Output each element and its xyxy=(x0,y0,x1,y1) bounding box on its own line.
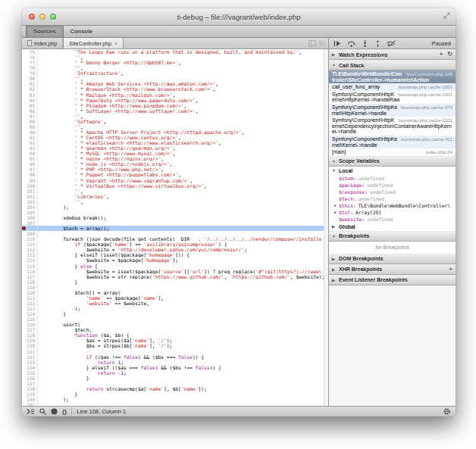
variable-row[interactable]: $item:undefined xyxy=(329,175,456,182)
minimize-window-button[interactable] xyxy=(39,14,45,20)
code-text[interactable]: ' * Mailgun <http://mailgun.com/>', xyxy=(38,92,328,98)
code-line[interactable]: 87 '', xyxy=(22,114,328,119)
line-number[interactable]: 138 xyxy=(22,386,38,391)
line-number[interactable]: 98 xyxy=(22,172,38,177)
line-number[interactable]: 121 xyxy=(22,295,38,301)
code-line[interactable]: 139 } xyxy=(22,391,328,397)
code-text[interactable] xyxy=(38,231,328,236)
code-line[interactable]: 106 xdebug_break(); xyxy=(22,215,328,220)
code-text[interactable] xyxy=(38,349,328,354)
code-line[interactable]: 81 ' * Amazon Web Services <http://aws.a… xyxy=(22,81,328,86)
code-line[interactable]: 95 ' * nginx <http://nginx.org/>', xyxy=(22,156,328,161)
code-line[interactable]: 132 if (($as !== false) && ($bs === fals… xyxy=(22,354,328,360)
line-number[interactable]: 84 xyxy=(22,98,38,103)
code-line[interactable]: 110 foreach (json_decode(file_get_conten… xyxy=(22,236,328,242)
line-number[interactable]: 89 xyxy=(22,124,38,129)
call-stack-frame[interactable]: bootstrap.php.cache:411Symfony\Component… xyxy=(329,136,456,148)
line-number[interactable]: 80 xyxy=(22,76,38,81)
code-text[interactable]: 'website' => $website, xyxy=(38,301,328,306)
line-number[interactable]: 129 xyxy=(22,338,38,343)
code-text[interactable]: ' * CentOS <http://www.centos.org/>', xyxy=(38,135,328,140)
code-line[interactable]: 140 ); xyxy=(22,397,328,402)
code-line[interactable]: 123 ); xyxy=(22,306,328,311)
code-line[interactable]: 84 ' * PagerDuty <http://www.pagerduty.c… xyxy=(22,98,328,103)
code-line[interactable]: 92 ' * elasticsearch <http://www.elastic… xyxy=(22,140,328,145)
tab-sources[interactable]: Sources xyxy=(26,26,64,37)
variable-row[interactable]: $response:undefined xyxy=(329,189,456,195)
code-text[interactable]: 'Libraries', xyxy=(38,194,328,199)
code-text[interactable]: ' * MySQL <http://www.mysql.com/>', xyxy=(38,151,328,156)
code-text[interactable]: 'The Loopy Ewe runs on a platform that i… xyxy=(38,49,328,55)
code-text[interactable]: ); xyxy=(38,397,328,402)
code-text[interactable]: $website = 'http://developer.yahoo.com/y… xyxy=(38,247,328,252)
settings-gear-icon[interactable] xyxy=(443,407,451,416)
line-number[interactable]: 116 xyxy=(22,269,38,274)
file-tab-sitecontroller-php[interactable]: SiteController.php × xyxy=(63,38,124,48)
line-number[interactable]: 90 xyxy=(22,129,38,135)
code-text[interactable]: ' * node.js <http://nodejs.org/>', xyxy=(38,161,328,167)
code-text[interactable]: ' * PHP <http://www.php.net/>', xyxy=(38,167,328,172)
code-line[interactable]: 141 xyxy=(22,402,328,406)
line-number[interactable]: 95 xyxy=(22,156,38,161)
line-number[interactable]: 135 xyxy=(22,370,38,376)
code-text[interactable]: ' * Danny Berger <http://dpb587.me>', xyxy=(38,60,328,65)
call-stack-frame[interactable]: bootstrap.php.cache:1001Symfony\Componen… xyxy=(329,91,456,104)
line-number[interactable]: 124 xyxy=(22,311,38,316)
step-over-icon[interactable] xyxy=(347,40,355,47)
code-text[interactable]: xdebug_break(); xyxy=(38,215,328,220)
call-stack-frame[interactable]: bootstrap.php.cache:1101Symfony\Componen… xyxy=(329,117,456,136)
code-text[interactable]: return -1; xyxy=(38,370,328,376)
line-number[interactable]: 101 xyxy=(22,189,38,194)
code-text[interactable]: $tech[] = array( xyxy=(38,290,328,295)
line-number[interactable]: 137 xyxy=(22,381,38,386)
code-text[interactable]: } xyxy=(38,279,328,285)
line-number[interactable]: 97 xyxy=(22,167,38,172)
code-text[interactable]: $website = isset($package['source']['url… xyxy=(38,269,328,274)
code-text[interactable] xyxy=(38,285,328,290)
code-text[interactable]: ' * Amazon Web Services <http://aws.amaz… xyxy=(38,81,328,86)
line-number[interactable]: 119 xyxy=(22,285,38,290)
code-text[interactable] xyxy=(38,381,328,386)
code-line[interactable]: 97 ' * PHP <http://www.php.net/>', xyxy=(22,167,328,172)
tab-console[interactable]: Console xyxy=(64,26,100,37)
code-line[interactable]: 100 ' * VirtualBox <https://www.virtualb… xyxy=(22,183,328,189)
code-line[interactable]: 136 } xyxy=(22,376,328,381)
code-line[interactable]: 137 xyxy=(22,381,328,386)
variable-row[interactable]: ▶$txt:Array[29] xyxy=(329,209,456,216)
code-line[interactable]: 129 $as = strpos($a['name'], '/'); xyxy=(22,338,328,343)
code-text[interactable]: } xyxy=(38,311,328,316)
line-number[interactable]: 139 xyxy=(22,391,38,397)
line-number[interactable]: 134 xyxy=(22,365,38,370)
code-line[interactable]: 80 '', xyxy=(22,76,328,81)
code-text[interactable]: } xyxy=(38,376,328,381)
line-number[interactable]: 113 xyxy=(22,252,38,257)
line-number[interactable]: 133 xyxy=(22,360,38,365)
line-number[interactable]: 104 xyxy=(22,204,38,210)
line-number[interactable]: 140 xyxy=(22,397,38,402)
code-line[interactable]: 104 ); xyxy=(22,204,328,210)
line-number[interactable]: 109 xyxy=(22,231,38,236)
code-text[interactable]: if (($as !== false) && ($bs === false)) … xyxy=(38,354,328,360)
code-text[interactable]: } elseif (isset($package['homepage'])) { xyxy=(38,252,328,257)
code-text[interactable]: } xyxy=(38,391,328,397)
file-tab-index-php[interactable]: index.php xyxy=(22,38,63,48)
line-number[interactable]: 76 xyxy=(22,55,38,60)
toggle-breakpoints-icon[interactable] xyxy=(387,40,396,47)
line-number[interactable]: 79 xyxy=(22,70,38,76)
line-number[interactable]: 141 xyxy=(22,402,38,406)
add-watch-button[interactable]: + xyxy=(440,51,443,58)
code-text[interactable]: usort( xyxy=(38,322,328,327)
code-text[interactable] xyxy=(38,402,328,406)
code-text[interactable]: '', xyxy=(38,76,328,81)
watch-expressions-header[interactable]: ▶ Watch Expressions + ↻ xyxy=(329,49,456,60)
editor-scrollbar[interactable] xyxy=(324,49,328,406)
close-tab-icon[interactable]: × xyxy=(114,41,117,46)
code-line[interactable]: 112 $website = 'http://developer.yahoo.c… xyxy=(22,247,328,252)
code-line[interactable]: 130 $bs = strpos($b['name'], '/'); xyxy=(22,343,328,348)
code-text[interactable]: function ($a, $b) { xyxy=(38,332,328,338)
add-xhr-breakpoint-button[interactable]: + xyxy=(449,267,453,273)
code-line[interactable]: 127 $tech, xyxy=(22,327,328,332)
code-line[interactable]: 76 '', xyxy=(22,55,328,60)
code-line[interactable]: 138 return strcasecmp($a['name'], $b['na… xyxy=(22,386,328,391)
code-text[interactable]: } else { xyxy=(38,263,328,269)
